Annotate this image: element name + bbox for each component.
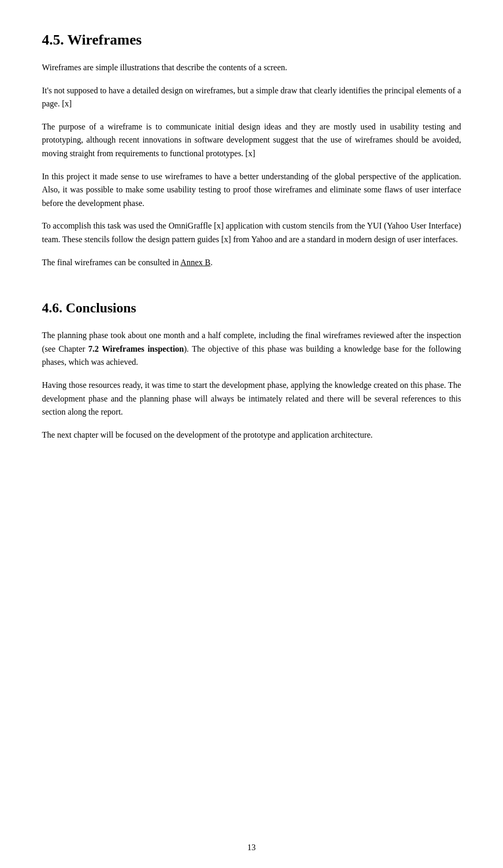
conclusions-title: 4.6. Conclusions [42,300,461,316]
annex-b-link[interactable]: Annex B [180,258,210,267]
wireframes-para-6: To accomplish this task was used the Omn… [42,219,461,246]
wireframes-para-1: Wireframes are simple illustrations that… [42,61,461,74]
conclusions-para-2: Having those resources ready, it was tim… [42,378,461,419]
page: 4.5. Wireframes Wireframes are simple il… [0,0,503,868]
conclusions-para-1: The planning phase took about one month … [42,329,461,369]
conclusions-para-3: The next chapter will be focused on the … [42,428,461,442]
wireframes-para-7: The final wireframes can be consulted in… [42,256,461,269]
wireframes-para-4: In this project it made sense to use wir… [42,172,461,181]
wireframes-para-7-end: . [211,258,213,267]
page-number: 13 [0,843,503,852]
wireframes-para-7-text: The final wireframes can be consulted in [42,258,180,267]
wireframes-para-2: It's not supposed to have a detailed des… [42,84,461,111]
wireframes-para-3: The purpose of a wireframe is to communi… [42,120,461,160]
wireframes-para-4-5: In this project it made sense to use wir… [42,170,461,210]
wireframes-para-5: Also, it was possible to make some usabi… [42,185,461,208]
wireframes-title: 4.5. Wireframes [42,31,461,48]
chapter-ref: 7.2 Wireframes inspection [89,344,184,353]
